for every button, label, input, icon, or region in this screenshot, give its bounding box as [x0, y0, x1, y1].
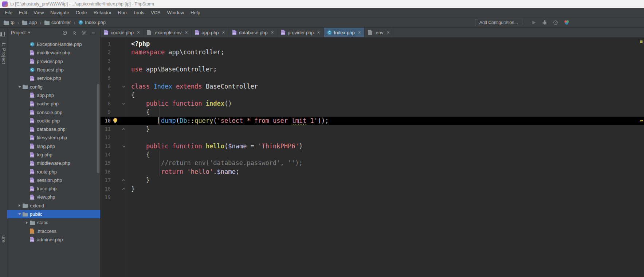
project-tool-window-icon[interactable] [0, 31, 7, 38]
tab-app.php[interactable]: phpapp.php× [192, 28, 229, 37]
code-line[interactable]: 4use app\BaseController; [101, 65, 644, 74]
code-line[interactable]: 18} [101, 185, 644, 193]
code-line[interactable]: 13 public function hello($name = 'ThinkP… [101, 142, 644, 151]
collapse-all-icon[interactable] [72, 30, 77, 35]
tree-item-app.php[interactable]: phpapp.php [7, 91, 100, 100]
tree-item-cache.php[interactable]: phpcache.php [7, 100, 100, 108]
add-configuration-button[interactable]: Add Configuration... [475, 19, 522, 26]
menu-help[interactable]: Help [187, 8, 204, 17]
tree-item-trace.php[interactable]: phptrace.php [7, 184, 100, 193]
tree-item-console.php[interactable]: phpconsole.php [7, 108, 100, 116]
tree-item-adminer.php[interactable]: phpadminer.php [7, 235, 100, 244]
chevron-right-icon[interactable] [19, 204, 20, 207]
fold-close-icon[interactable] [122, 128, 125, 131]
settings-icon[interactable] [81, 30, 86, 35]
tree-item-extend[interactable]: extend [7, 202, 100, 210]
code-line[interactable]: 5 [101, 74, 644, 82]
menu-window[interactable]: Window [164, 8, 187, 17]
run-icon[interactable] [531, 20, 537, 26]
chevron-right-icon[interactable] [26, 221, 28, 224]
tree-item-.htaccess[interactable]: .htaccess [7, 227, 100, 235]
tab-close-icon[interactable]: × [271, 30, 274, 35]
code-line[interactable]: 2namespace app\controller; [101, 48, 644, 56]
profiler-icon[interactable] [553, 20, 558, 26]
error-stripe-mark[interactable] [640, 120, 643, 121]
tree-item-exceptionhandle.php[interactable]: CExceptionHandle.php [7, 40, 100, 48]
fold-open-icon[interactable] [122, 101, 125, 104]
menu-view[interactable]: View [30, 8, 47, 17]
menu-vcs[interactable]: VCS [148, 8, 164, 17]
tool-window-button-structure[interactable]: ure [1, 235, 6, 243]
menu-run[interactable]: Run [115, 8, 130, 17]
code-line[interactable]: 11 } [101, 125, 644, 133]
breadcrumb-item-tp[interactable]: tp [4, 20, 15, 25]
code-line[interactable]: 14 { [101, 151, 644, 159]
menu-navigate[interactable]: Navigate [47, 8, 72, 17]
code-line[interactable]: 6class Index extends BaseController [101, 82, 644, 91]
menu-file[interactable]: File [1, 8, 16, 17]
locate-icon[interactable] [62, 30, 67, 35]
menu-refactor[interactable]: Refactor [90, 8, 115, 17]
tree-item-service.php[interactable]: phpservice.php [7, 74, 100, 82]
project-tree-scrollbar[interactable] [97, 84, 99, 173]
chevron-down-icon[interactable] [18, 213, 21, 215]
tree-item-static[interactable]: static [7, 218, 100, 227]
menu-code[interactable]: Code [72, 8, 90, 17]
tree-item-database.php[interactable]: phpdatabase.php [7, 125, 100, 133]
tree-item-route.php[interactable]: phproute.php [7, 167, 100, 176]
tab-provider.php[interactable]: phpprovider.php× [278, 28, 324, 37]
menu-edit[interactable]: Edit [16, 8, 30, 17]
code-line[interactable]: 10 dump(Db::query('select * from user lm… [101, 117, 644, 125]
tab-database.php[interactable]: phpdatabase.php× [229, 28, 278, 37]
tree-item-cookie.php[interactable]: phpcookie.php [7, 117, 100, 125]
code-line[interactable]: 3 [101, 57, 644, 65]
tab-.env[interactable]: .env× [365, 28, 393, 37]
debug-icon[interactable] [542, 20, 547, 26]
tree-item-public[interactable]: public [7, 210, 100, 218]
tab-close-icon[interactable]: × [358, 30, 361, 35]
code-line[interactable]: 17 } [101, 176, 644, 184]
tree-item-log.php[interactable]: phplog.php [7, 151, 100, 159]
tool-window-button-project[interactable]: 1: Project [1, 42, 6, 65]
tab-close-icon[interactable]: × [386, 30, 389, 35]
search-everywhere-icon[interactable] [564, 20, 569, 26]
code-line[interactable]: 12 [101, 133, 644, 142]
tab-.example.env[interactable]: .example.env× [144, 28, 192, 37]
chevron-down-icon[interactable] [28, 32, 31, 34]
code-line[interactable]: 9 { [101, 108, 644, 116]
tree-item-session.php[interactable]: phpsession.php [7, 176, 100, 184]
tree-item-lang.php[interactable]: phplang.php [7, 142, 100, 151]
tab-close-icon[interactable]: × [137, 30, 140, 35]
chevron-down-icon[interactable] [18, 86, 21, 88]
code-editor[interactable]: 1<?php2namespace app\controller;34use ap… [101, 38, 644, 277]
menu-tools[interactable]: Tools [130, 8, 148, 17]
code-line[interactable]: 8 public function index() [101, 100, 644, 108]
tree-item-request.php[interactable]: CRequest.php [7, 66, 100, 74]
tab-close-icon[interactable]: × [222, 30, 225, 35]
breadcrumb-item-controller[interactable]: controller [44, 20, 71, 25]
code-line[interactable]: 15 //return env('database.password', '')… [101, 159, 644, 167]
inspection-indicator-icon[interactable] [640, 40, 643, 43]
tree-item-config[interactable]: config [7, 82, 100, 91]
code-line[interactable]: 16 return 'hello'.$name; [101, 168, 644, 176]
hide-icon[interactable] [91, 30, 96, 35]
project-panel-title[interactable]: Project [11, 30, 25, 35]
tree-item-provider.php[interactable]: phpprovider.php [7, 57, 100, 66]
code-line[interactable]: 1<?php [101, 40, 644, 48]
fold-open-icon[interactable] [122, 144, 125, 147]
tab-index.php[interactable]: CIndex.php× [324, 28, 365, 37]
fold-close-icon[interactable] [122, 179, 125, 182]
tree-item-middleware.php[interactable]: phpmiddleware.php [7, 159, 100, 167]
tree-item-filesystem.php[interactable]: phpfilesystem.php [7, 133, 100, 142]
tree-item-middleware.php[interactable]: phpmiddleware.php [7, 48, 100, 57]
code-line[interactable]: 7{ [101, 91, 644, 99]
tab-cookie.php[interactable]: phpcookie.php× [101, 28, 144, 37]
tree-item-view.php[interactable]: phpview.php [7, 193, 100, 201]
fold-open-icon[interactable] [122, 85, 125, 87]
code-line[interactable]: 19 [101, 193, 644, 202]
breadcrumb-item-app[interactable]: app [22, 20, 37, 25]
intention-bulb-icon[interactable] [113, 118, 117, 122]
fold-close-icon[interactable] [122, 188, 125, 191]
breadcrumb-item-index.php[interactable]: CIndex.php [78, 20, 106, 25]
tab-close-icon[interactable]: × [317, 30, 320, 35]
